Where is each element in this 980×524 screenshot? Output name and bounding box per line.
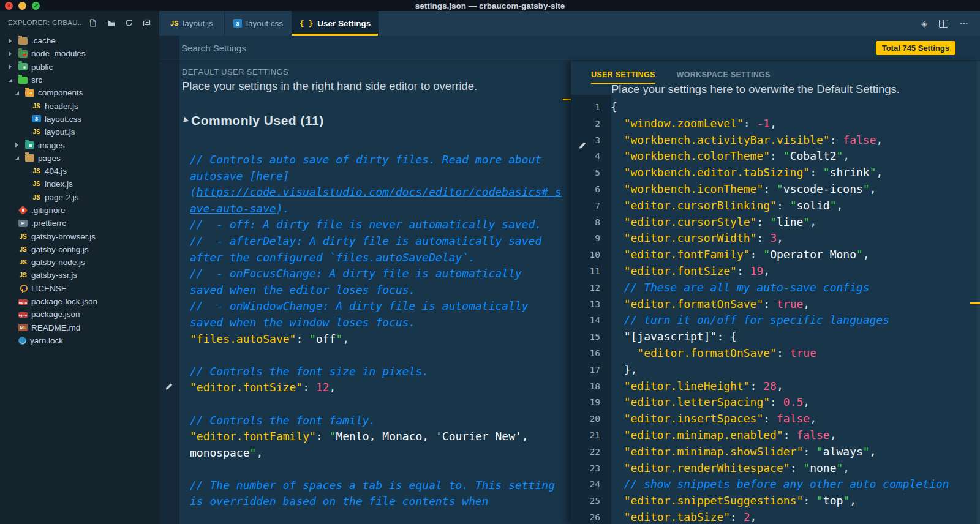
- code-line: 6 "workbench.iconTheme": "vscode-icons",: [571, 181, 980, 198]
- more-actions-icon[interactable]: ⋯: [960, 18, 969, 28]
- license-icon: [18, 285, 28, 292]
- js-icon: JS: [32, 102, 41, 110]
- tree-item--cache[interactable]: .cache: [0, 34, 159, 47]
- tree-item-readme-md[interactable]: M↓README.md: [0, 321, 159, 334]
- file-label: .prettierrc: [31, 219, 66, 228]
- explorer-header: EXPLORER: CRBAU...: [8, 19, 84, 26]
- line-code: "editor.fontSize": 19,: [600, 263, 770, 280]
- tree-item-header-js[interactable]: JSheader.js: [0, 99, 159, 112]
- tree-item-pages[interactable]: pages: [0, 152, 159, 165]
- file-label: page-2.js: [45, 193, 79, 202]
- css-icon: 3: [32, 115, 41, 122]
- tree-item-license[interactable]: LICENSE: [0, 282, 159, 295]
- new-file-icon[interactable]: [88, 18, 97, 28]
- folder-expanded-icon: [15, 91, 25, 95]
- folder-collapsed-icon: [15, 143, 25, 148]
- editor-tabbar: JSlayout.js3layout.css{ }User Settings ◈…: [159, 11, 980, 36]
- close-window-button[interactable]: ×: [5, 2, 13, 10]
- line-number: 14: [571, 312, 600, 329]
- code-line: 15 "[javascript]": {: [571, 329, 980, 345]
- tree-item-package-json[interactable]: npmpackage.json: [0, 308, 159, 321]
- collapse-folders-icon[interactable]: [142, 18, 151, 28]
- code-line: monospace",: [159, 445, 571, 462]
- tab-layout-css[interactable]: 3layout.css: [225, 11, 292, 36]
- maximize-window-button[interactable]: [32, 2, 40, 10]
- line-code: },: [600, 362, 637, 378]
- edit-setting-pencil-icon[interactable]: [165, 382, 175, 392]
- total-settings-badge: Total 745 Settings: [876, 41, 956, 55]
- tree-item-gatsby-config-js[interactable]: JSgatsby-config.js: [0, 243, 159, 256]
- file-label: gatsby-node.js: [31, 258, 85, 267]
- line-number: 21: [571, 427, 600, 444]
- tree-item-images[interactable]: images: [0, 138, 159, 151]
- tree-item-index-js[interactable]: JSindex.js: [0, 178, 159, 190]
- tab-user-settings[interactable]: { }User Settings: [292, 11, 379, 36]
- line-code: "editor.minimap.enabled": false,: [600, 427, 837, 444]
- file-label: layout.js: [45, 127, 75, 137]
- js-icon: JS: [18, 259, 28, 266]
- refresh-icon[interactable]: [124, 18, 134, 28]
- tree-item--gitignore[interactable]: .gitignore: [0, 204, 159, 217]
- split-editor-icon[interactable]: [939, 20, 948, 28]
- file-label: yarn.lock: [30, 336, 63, 345]
- tree-item-gatsby-ssr-js[interactable]: JSgatsby-ssr.js: [0, 269, 159, 282]
- line-number: 18: [571, 378, 600, 395]
- file-label: README.md: [31, 323, 80, 332]
- tree-item-404-js[interactable]: JS404.js: [0, 165, 159, 178]
- tree-item-src[interactable]: src: [0, 73, 159, 86]
- code-line: 13 "editor.formatOnSave": true,: [571, 296, 980, 313]
- tab-workspace-settings[interactable]: WORKSPACE SETTINGS: [677, 70, 771, 84]
- user-settings-code[interactable]: 1{2 "window.zoomLevel": -1,3 "workbench.…: [571, 99, 980, 524]
- line-number: 12: [571, 280, 600, 296]
- commonly-used-section[interactable]: Commonly Used (11): [183, 113, 324, 128]
- js-icon: JS: [32, 193, 41, 201]
- code-line: 12 // These are all my auto-save configs: [571, 280, 980, 296]
- section-expanded-icon: [181, 117, 189, 125]
- file-label: layout.css: [45, 114, 81, 124]
- tree-item-page-2-js[interactable]: JSpage-2.js: [0, 191, 159, 204]
- line-code: "workbench.editor.tabSizing": "shrink",: [600, 165, 883, 181]
- file-label: package-lock.json: [31, 297, 97, 306]
- line-number: 23: [571, 460, 600, 477]
- tree-item-node-modules[interactable]: node_modules: [0, 47, 159, 60]
- tree-item-layout-css[interactable]: 3layout.css: [0, 113, 159, 125]
- default-settings-code[interactable]: // Controls auto save of dirty files. Re…: [159, 152, 571, 510]
- tree-item-gatsby-node-js[interactable]: JSgatsby-node.js: [0, 256, 159, 269]
- tree-item-yarn-lock[interactable]: yarn.lock: [0, 334, 159, 347]
- line-number: 10: [571, 247, 600, 263]
- user-settings-pane: USER SETTINGS WORKSPACE SETTINGS Place y…: [571, 61, 980, 524]
- tab-user-settings[interactable]: USER SETTINGS: [591, 70, 655, 84]
- line-code: "window.zoomLevel": -1,: [600, 116, 777, 132]
- folder-pages-icon: [25, 154, 34, 162]
- folder-collapsed-icon: [9, 39, 18, 43]
- new-folder-icon[interactable]: [106, 18, 116, 28]
- tree-item-gatsby-browser-js[interactable]: JSgatsby-browser.js: [0, 230, 159, 242]
- tree-item--prettierrc[interactable]: P.prettierrc: [0, 217, 159, 230]
- code-line: // The number of spaces a tab is equal t…: [159, 477, 571, 494]
- npm-icon: npm: [18, 299, 28, 305]
- tree-item-components[interactable]: components: [0, 86, 159, 99]
- tree-item-public[interactable]: public: [0, 61, 159, 73]
- code-line: 1{: [571, 99, 980, 116]
- folder-public-icon: [18, 63, 28, 70]
- braces-icon: { }: [300, 19, 314, 28]
- tree-item-package-lock-json[interactable]: npmpackage-lock.json: [0, 295, 159, 308]
- code-line: // Controls the font size in pixels.: [159, 364, 571, 380]
- line-number: 7: [571, 198, 600, 214]
- search-settings-input[interactable]: Search Settings: [181, 43, 246, 53]
- file-label: node_modules: [31, 49, 86, 58]
- folder-images-icon: [25, 141, 34, 149]
- window-title: settings.json — crbaucom-gatsby-site: [0, 1, 980, 10]
- line-code: // show snippets before any other auto c…: [600, 476, 949, 493]
- tree-item-layout-js[interactable]: JSlayout.js: [0, 125, 159, 138]
- code-line: 9 "editor.cursorWidth": 3,: [571, 230, 980, 247]
- code-line: saved when the editor loses focus.: [159, 282, 571, 299]
- line-code: "editor.formatOnSave": true,: [600, 296, 810, 313]
- folder-src-icon: [18, 77, 28, 84]
- open-preview-icon[interactable]: ◈: [921, 19, 927, 28]
- code-line: ave-auto-save).: [159, 201, 571, 217]
- code-line: 8 "editor.cursorStyle": "line",: [571, 214, 980, 231]
- edit-setting-pencil-icon[interactable]: [578, 141, 588, 151]
- minimize-window-button[interactable]: −: [18, 2, 26, 10]
- tab-layout-js[interactable]: JSlayout.js: [159, 11, 225, 36]
